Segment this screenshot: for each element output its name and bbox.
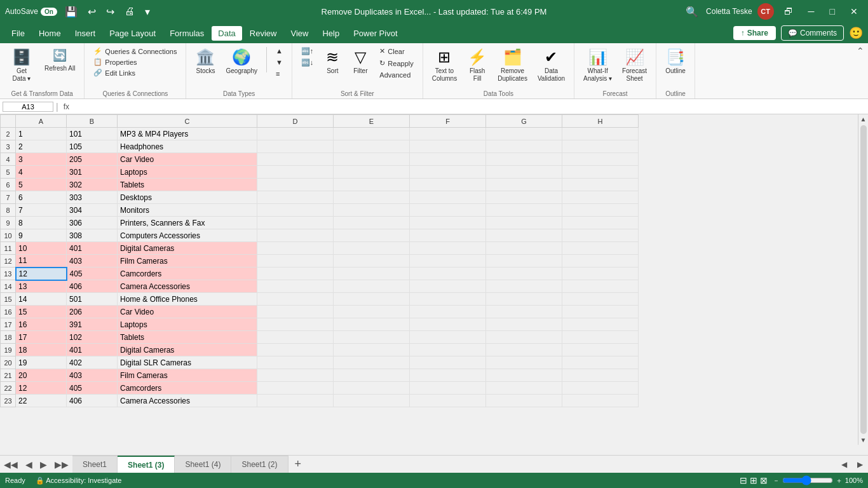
close-button[interactable]: ✕	[845, 5, 863, 18]
table-cell-empty[interactable]	[562, 318, 639, 331]
table-cell[interactable]: Laptops	[118, 166, 257, 179]
table-cell[interactable]: 19	[16, 356, 67, 369]
table-cell[interactable]: 12	[16, 382, 67, 395]
table-cell-empty[interactable]	[410, 166, 486, 179]
table-cell-empty[interactable]	[486, 331, 562, 344]
menu-power-pivot[interactable]: Power Pivot	[347, 26, 403, 41]
table-cell[interactable]: Home & Office Phones	[118, 293, 257, 306]
table-cell-empty[interactable]	[562, 382, 639, 395]
table-cell-empty[interactable]	[410, 217, 486, 229]
table-cell-empty[interactable]	[410, 331, 486, 344]
table-cell-empty[interactable]	[334, 344, 410, 356]
table-cell[interactable]: 302	[67, 179, 118, 191]
zoom-in-icon[interactable]: ＋	[836, 476, 843, 485]
table-cell[interactable]: 205	[67, 153, 118, 166]
reapply-button[interactable]: ↻ Reapply	[376, 58, 417, 69]
table-cell-empty[interactable]	[410, 242, 486, 255]
sheet-tab-sheet1-(2)[interactable]: Sheet1 (2)	[231, 456, 288, 473]
sheet-tab-sheet1[interactable]: Sheet1	[72, 456, 118, 473]
formula-input[interactable]	[74, 102, 865, 111]
table-cell[interactable]: Car Video	[118, 306, 257, 318]
table-cell[interactable]: Camcorders	[118, 382, 257, 395]
table-cell-empty[interactable]	[334, 356, 410, 369]
table-cell-empty[interactable]	[257, 229, 334, 242]
table-cell[interactable]: 17	[16, 331, 67, 344]
table-cell-empty[interactable]	[486, 204, 562, 217]
table-cell-empty[interactable]	[257, 293, 334, 306]
advanced-button[interactable]: Advanced	[376, 70, 417, 80]
table-cell-empty[interactable]	[257, 179, 334, 191]
table-cell[interactable]: 501	[67, 293, 118, 306]
table-cell-empty[interactable]	[486, 344, 562, 356]
table-cell-empty[interactable]	[410, 179, 486, 191]
table-cell-empty[interactable]	[257, 344, 334, 356]
table-cell[interactable]: 401	[67, 344, 118, 356]
filter-button[interactable]: ▽ Filter	[348, 46, 373, 78]
table-cell-empty[interactable]	[562, 128, 639, 140]
data-types-up-button[interactable]: ▲	[272, 46, 287, 56]
table-cell-empty[interactable]	[486, 179, 562, 191]
restore-down-button[interactable]: 🗗	[779, 5, 798, 18]
table-cell[interactable]: Printers, Scanners & Fax	[118, 217, 257, 229]
table-cell[interactable]: 10	[16, 242, 67, 255]
table-cell-empty[interactable]	[257, 382, 334, 395]
table-cell-empty[interactable]	[334, 255, 410, 268]
table-cell-empty[interactable]	[334, 369, 410, 382]
geography-button[interactable]: 🌍 Geography	[222, 46, 261, 78]
table-cell[interactable]: 303	[67, 191, 118, 204]
table-cell[interactable]: 7	[16, 204, 67, 217]
table-cell[interactable]: 15	[16, 306, 67, 318]
scroll-down-button[interactable]: ▼	[859, 435, 868, 445]
table-cell-empty[interactable]	[410, 229, 486, 242]
clear-button[interactable]: ✕ Clear	[376, 46, 417, 57]
table-cell[interactable]: 2	[16, 140, 67, 153]
table-cell-empty[interactable]	[334, 166, 410, 179]
table-cell[interactable]: 11	[16, 255, 67, 268]
vertical-scrollbar[interactable]: ▲ ▼	[858, 114, 868, 445]
table-cell-empty[interactable]	[334, 306, 410, 318]
table-cell-empty[interactable]	[334, 153, 410, 166]
table-cell[interactable]: Digital Cameras	[118, 344, 257, 356]
page-layout-view-icon[interactable]: ⊞	[750, 475, 757, 485]
table-cell[interactable]: 8	[16, 217, 67, 229]
table-cell-empty[interactable]	[257, 153, 334, 166]
undo-icon[interactable]: ↩	[85, 4, 98, 19]
table-cell-empty[interactable]	[334, 217, 410, 229]
table-cell-empty[interactable]	[334, 293, 410, 306]
table-cell-empty[interactable]	[257, 268, 334, 280]
table-cell[interactable]: 22	[16, 395, 67, 407]
table-cell-empty[interactable]	[410, 280, 486, 293]
quick-print-icon[interactable]: 🖨	[122, 4, 137, 18]
text-to-columns-button[interactable]: ⊞ Text toColumns	[428, 46, 461, 85]
table-cell-empty[interactable]	[334, 331, 410, 344]
table-cell-empty[interactable]	[410, 140, 486, 153]
scroll-right-button[interactable]: ▶	[857, 460, 863, 469]
col-header-c[interactable]: C	[118, 115, 257, 128]
scroll-thumb-vertical[interactable]	[860, 125, 867, 434]
table-cell[interactable]: 308	[67, 229, 118, 242]
zoom-out-icon[interactable]: －	[773, 476, 780, 485]
table-cell-empty[interactable]	[562, 344, 639, 356]
table-cell[interactable]: 101	[67, 128, 118, 140]
table-cell-empty[interactable]	[334, 395, 410, 407]
table-cell-empty[interactable]	[257, 217, 334, 229]
table-cell[interactable]: 405	[67, 382, 118, 395]
table-cell-empty[interactable]	[257, 395, 334, 407]
table-cell[interactable]: 403	[67, 369, 118, 382]
table-cell-empty[interactable]	[486, 395, 562, 407]
table-cell-empty[interactable]	[562, 140, 639, 153]
table-cell-empty[interactable]	[562, 268, 639, 280]
table-cell-empty[interactable]	[334, 268, 410, 280]
table-cell[interactable]: 6	[16, 191, 67, 204]
what-if-analysis-button[interactable]: 📊 What-IfAnalysis ▾	[580, 46, 616, 85]
get-data-button[interactable]: 🗄️ GetData ▾	[5, 46, 38, 85]
sort-button[interactable]: ≋ Sort	[320, 46, 345, 78]
table-cell-empty[interactable]	[257, 331, 334, 344]
table-cell-empty[interactable]	[562, 369, 639, 382]
table-cell[interactable]: 12	[16, 268, 67, 280]
table-cell-empty[interactable]	[562, 255, 639, 268]
table-cell-empty[interactable]	[486, 318, 562, 331]
table-cell-empty[interactable]	[410, 293, 486, 306]
table-cell-empty[interactable]	[257, 204, 334, 217]
table-cell[interactable]: 304	[67, 204, 118, 217]
